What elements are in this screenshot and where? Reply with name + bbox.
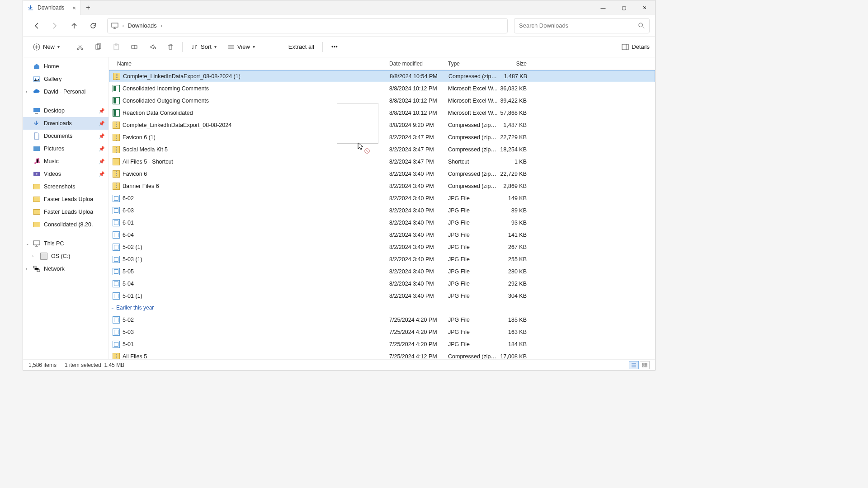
breadcrumb-current[interactable]: Downloads bbox=[127, 22, 156, 29]
jpg-icon bbox=[113, 328, 120, 336]
network-icon bbox=[33, 265, 40, 272]
sidebar-gallery[interactable]: Gallery bbox=[23, 73, 108, 85]
sidebar-onedrive[interactable]: ›David - Personal bbox=[23, 85, 108, 98]
file-size: 36,032 KB bbox=[498, 85, 529, 92]
chevron-right-icon[interactable]: › bbox=[26, 267, 27, 271]
sidebar-home[interactable]: Home bbox=[23, 60, 108, 73]
file-row[interactable]: Complete_LinkedInDataExport_08-08-20248/… bbox=[109, 119, 655, 131]
file-row[interactable]: All Files 5 - Shortcut8/2/2024 3:47 PMSh… bbox=[109, 155, 655, 168]
file-row[interactable]: Favicon 68/2/2024 3:40 PMCompressed (zip… bbox=[109, 168, 655, 180]
back-button[interactable] bbox=[28, 18, 44, 33]
share-button[interactable] bbox=[144, 40, 160, 54]
jpg-icon bbox=[113, 316, 120, 324]
file-size: 280 KB bbox=[498, 268, 529, 275]
sidebar-item[interactable]: Music📌 bbox=[23, 155, 108, 168]
file-row[interactable]: 6-038/2/2024 3:40 PMJPG File89 KB bbox=[109, 204, 655, 216]
sidebar-item[interactable]: Desktop📌 bbox=[23, 104, 108, 117]
zip-icon bbox=[113, 73, 120, 80]
file-size: 149 KB bbox=[498, 195, 529, 202]
group-header[interactable]: ⌄Earlier this year bbox=[109, 302, 655, 314]
file-row[interactable]: 5-058/2/2024 3:40 PMJPG File280 KB bbox=[109, 265, 655, 277]
forward-button[interactable] bbox=[47, 18, 63, 33]
search-input[interactable] bbox=[519, 22, 635, 29]
sidebar-item[interactable]: Videos📌 bbox=[23, 168, 108, 180]
sidebar-item[interactable]: Consolidated (8.20. bbox=[23, 218, 108, 231]
close-button[interactable]: × bbox=[634, 0, 655, 15]
file-date: 8/8/2024 10:54 PM bbox=[390, 73, 448, 80]
file-row[interactable]: 6-018/2/2024 3:40 PMJPG File93 KB bbox=[109, 216, 655, 229]
breadcrumb[interactable]: › Downloads › bbox=[107, 18, 508, 33]
sidebar-item[interactable]: Pictures📌 bbox=[23, 142, 108, 155]
rename-button[interactable] bbox=[126, 40, 142, 54]
chevron-right-icon[interactable]: › bbox=[26, 89, 27, 94]
sidebar-item[interactable]: Downloads📌 bbox=[23, 117, 108, 130]
thumbnails-view-button[interactable] bbox=[640, 361, 650, 369]
new-button[interactable]: New ▾ bbox=[28, 40, 64, 54]
up-button[interactable] bbox=[66, 18, 82, 33]
file-row[interactable]: 6-048/2/2024 3:40 PMJPG File141 KB bbox=[109, 229, 655, 241]
file-list[interactable]: Complete_LinkedInDataExport_08-08-2024 (… bbox=[109, 70, 655, 359]
file-row[interactable]: 6-028/2/2024 3:40 PMJPG File149 KB bbox=[109, 192, 655, 204]
file-row[interactable]: All Files 57/25/2024 4:12 PMCompressed (… bbox=[109, 350, 655, 359]
file-type: JPG File bbox=[448, 317, 498, 323]
chevron-down-icon[interactable]: ⌄ bbox=[26, 241, 29, 246]
titlebar: Downloads × + — ▢ × bbox=[23, 0, 655, 15]
file-row[interactable]: Consolidated Incoming Comments8/8/2024 1… bbox=[109, 82, 655, 94]
extract-all-button[interactable]: Extract all bbox=[261, 40, 319, 54]
delete-button[interactable] bbox=[162, 40, 179, 54]
copy-icon bbox=[94, 43, 102, 51]
nav-row: › Downloads › bbox=[23, 15, 655, 37]
svg-point-1 bbox=[639, 23, 643, 27]
file-name: 5-01 (1) bbox=[123, 293, 142, 299]
sidebar-osc[interactable]: ›OS (C:) bbox=[23, 250, 108, 263]
sidebar-item[interactable]: Faster Leads Uploa bbox=[23, 193, 108, 206]
view-button[interactable]: View ▾ bbox=[223, 40, 259, 54]
file-row[interactable]: Banner Files 68/2/2024 3:40 PMCompressed… bbox=[109, 180, 655, 192]
file-row[interactable]: Consolidated Outgoing Comments8/8/2024 1… bbox=[109, 94, 655, 107]
file-row[interactable]: Reaction Data Consolidated8/8/2024 10:12… bbox=[109, 107, 655, 119]
file-row[interactable]: 5-01 (1)8/2/2024 3:40 PMJPG File304 KB bbox=[109, 290, 655, 302]
file-row[interactable]: 5-03 (1)8/2/2024 3:40 PMJPG File255 KB bbox=[109, 253, 655, 265]
sort-button[interactable]: Sort ▾ bbox=[186, 40, 221, 54]
file-size: 57,868 KB bbox=[498, 110, 529, 116]
file-row[interactable]: Complete_LinkedInDataExport_08-08-2024 (… bbox=[109, 70, 655, 82]
jpg-icon bbox=[113, 244, 120, 251]
file-date: 8/2/2024 3:40 PM bbox=[389, 183, 448, 189]
tab-downloads[interactable]: Downloads × bbox=[23, 0, 81, 15]
file-name: All Files 5 - Shortcut bbox=[123, 159, 173, 165]
file-row[interactable]: 5-048/2/2024 3:40 PMJPG File292 KB bbox=[109, 277, 655, 290]
sidebar-thispc[interactable]: ⌄This PC bbox=[23, 237, 108, 250]
maximize-button[interactable]: ▢ bbox=[613, 0, 634, 15]
details-pane-button[interactable]: Details bbox=[622, 43, 650, 51]
file-date: 8/2/2024 3:40 PM bbox=[389, 293, 448, 299]
sidebar-item[interactable]: Screenshots bbox=[23, 180, 108, 193]
file-size: 89 KB bbox=[498, 207, 529, 214]
column-header-type[interactable]: Type bbox=[448, 61, 498, 67]
column-header-name[interactable]: Name bbox=[109, 61, 389, 67]
file-row[interactable]: 5-02 (1)8/2/2024 3:40 PMJPG File267 KB bbox=[109, 241, 655, 253]
file-size: 93 KB bbox=[498, 220, 529, 226]
refresh-button[interactable] bbox=[85, 18, 101, 33]
column-header-date[interactable]: Date modified bbox=[389, 61, 448, 67]
search-box[interactable] bbox=[514, 18, 650, 33]
file-row[interactable]: 5-037/25/2024 4:20 PMJPG File163 KB bbox=[109, 326, 655, 338]
cut-button[interactable] bbox=[72, 40, 88, 54]
chevron-right-icon[interactable]: › bbox=[32, 254, 33, 258]
sidebar-item[interactable]: Faster Leads Uploa bbox=[23, 206, 108, 218]
copy-button[interactable] bbox=[90, 40, 106, 54]
tab-close-button[interactable]: × bbox=[72, 5, 76, 11]
file-row[interactable]: Favicon 6 (1)8/2/2024 3:47 PMCompressed … bbox=[109, 131, 655, 143]
column-header-size[interactable]: Size bbox=[498, 61, 529, 67]
file-row[interactable]: 5-027/25/2024 4:20 PMJPG File185 KB bbox=[109, 314, 655, 326]
more-button[interactable]: ••• bbox=[326, 40, 343, 54]
minimize-button[interactable]: — bbox=[593, 0, 613, 15]
details-view-button[interactable] bbox=[629, 361, 639, 369]
sidebar-network[interactable]: ›Network bbox=[23, 263, 108, 275]
paste-button[interactable] bbox=[108, 40, 124, 54]
chevron-down-icon: ▾ bbox=[214, 44, 217, 49]
file-type: JPG File bbox=[448, 207, 498, 214]
sidebar-item[interactable]: Documents📌 bbox=[23, 130, 108, 142]
new-tab-button[interactable]: + bbox=[81, 0, 95, 15]
file-row[interactable]: 5-017/25/2024 4:20 PMJPG File184 KB bbox=[109, 338, 655, 350]
file-row[interactable]: Social Media Kit 58/2/2024 3:47 PMCompre… bbox=[109, 143, 655, 155]
